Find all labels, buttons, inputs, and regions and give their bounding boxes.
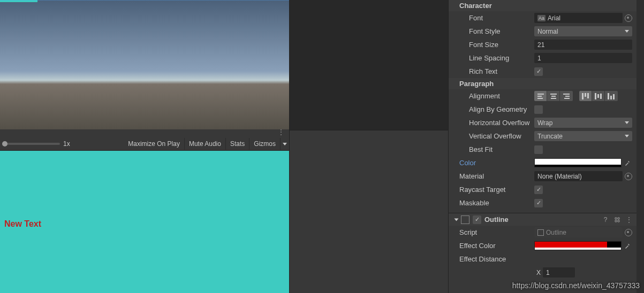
eyedropper-icon[interactable] (623, 158, 632, 168)
align-middle-button[interactable] (592, 91, 605, 101)
line-spacing-label: Line Spacing (459, 54, 534, 62)
best-fit-checkbox[interactable] (534, 145, 543, 154)
maximize-on-play-button[interactable]: Maximize On Play (124, 138, 185, 150)
script-icon (537, 229, 544, 236)
raycast-target-label: Raycast Target (459, 186, 534, 194)
align-right-button[interactable] (560, 91, 573, 101)
color-field[interactable] (534, 158, 622, 167)
inspector-scrollbar[interactable] (637, 0, 644, 293)
align-by-geometry-label: Align By Geometry (459, 105, 534, 113)
chevron-down-icon (625, 121, 629, 124)
script-label: Script (459, 228, 534, 236)
line-spacing-input[interactable]: 1 (534, 53, 632, 63)
preset-icon[interactable] (613, 215, 622, 224)
font-style-dropdown[interactable]: Normal (534, 26, 632, 36)
script-field: Outline (534, 227, 623, 237)
chevron-down-icon (625, 135, 629, 137)
gizmos-dropdown-icon[interactable] (283, 143, 287, 145)
font-aa-icon: Aa (537, 15, 545, 21)
rich-text-label: Rich Text (459, 67, 534, 75)
middle-panel (289, 0, 448, 293)
scene-view[interactable] (0, 0, 289, 129)
align-by-geometry-checkbox[interactable] (534, 105, 543, 114)
game-toolbar: 1x Maximize On Play Mute Audio Stats Giz… (0, 137, 289, 151)
font-field[interactable]: Aa Arial (534, 13, 623, 23)
game-view[interactable]: New Text (0, 151, 289, 293)
watermark: https://blog.csdn.net/weixin_43757333 (512, 281, 640, 290)
canvas-text: New Text (4, 219, 41, 229)
scale-slider[interactable] (2, 143, 60, 145)
font-label: Font (459, 14, 534, 22)
panel-drag-handle[interactable]: ⋮ (0, 129, 289, 137)
font-picker-icon[interactable] (625, 14, 632, 22)
gizmos-button[interactable]: Gizmos (249, 138, 281, 150)
best-fit-label: Best Fit (459, 145, 534, 153)
foldout-icon[interactable] (454, 218, 459, 221)
menu-icon[interactable]: ⋮ (625, 215, 633, 224)
font-size-label: Font Size (459, 41, 534, 49)
character-section-header: Character (449, 0, 637, 11)
horizontal-align-group (534, 91, 573, 101)
material-field[interactable]: None (Material) (534, 171, 623, 181)
h-overflow-label: Horizontal Overflow (459, 119, 534, 127)
inspector-panel: Character Font Aa Arial Font Style Norma… (448, 0, 637, 293)
align-bottom-button[interactable] (605, 91, 618, 101)
outline-title: Outline (484, 215, 598, 223)
effect-distance-label: Effect Distance (459, 255, 534, 263)
color-label[interactable]: Color (459, 159, 534, 167)
vertical-align-group (579, 91, 618, 101)
eyedropper-icon[interactable] (623, 241, 632, 251)
help-icon[interactable]: ? (601, 215, 610, 224)
component-icon (461, 215, 469, 224)
effect-distance-x-input[interactable]: 1 (543, 267, 575, 277)
alignment-label: Alignment (459, 92, 534, 100)
align-left-button[interactable] (534, 91, 547, 101)
mute-audio-button[interactable]: Mute Audio (185, 138, 226, 150)
script-picker-icon[interactable] (625, 229, 632, 236)
scale-label: 1x (63, 140, 74, 148)
font-style-label: Font Style (459, 27, 534, 35)
v-overflow-label: Vertical Overflow (459, 132, 534, 140)
stats-button[interactable]: Stats (226, 138, 249, 150)
font-size-input[interactable]: 21 (534, 40, 632, 50)
effect-color-label: Effect Color (459, 242, 534, 250)
raycast-target-checkbox[interactable]: ✓ (534, 186, 543, 194)
maskable-label: Maskable (459, 199, 534, 207)
x-axis-label: X (534, 269, 543, 276)
paragraph-section-header: Paragraph (449, 78, 637, 89)
v-overflow-dropdown[interactable]: Truncate (534, 131, 632, 141)
effect-color-field[interactable] (534, 241, 622, 250)
h-overflow-dropdown[interactable]: Wrap (534, 118, 632, 128)
maskable-checkbox[interactable]: ✓ (534, 199, 543, 207)
outline-enabled-checkbox[interactable]: ✓ (473, 215, 481, 224)
chevron-down-icon (625, 30, 629, 33)
material-picker-icon[interactable] (625, 173, 632, 180)
align-top-button[interactable] (579, 91, 592, 101)
rich-text-checkbox[interactable]: ✓ (534, 67, 543, 76)
material-label: Material (459, 172, 534, 180)
outline-component-header[interactable]: ✓ Outline ? ⋮ (449, 213, 637, 226)
align-center-button[interactable] (547, 91, 560, 101)
